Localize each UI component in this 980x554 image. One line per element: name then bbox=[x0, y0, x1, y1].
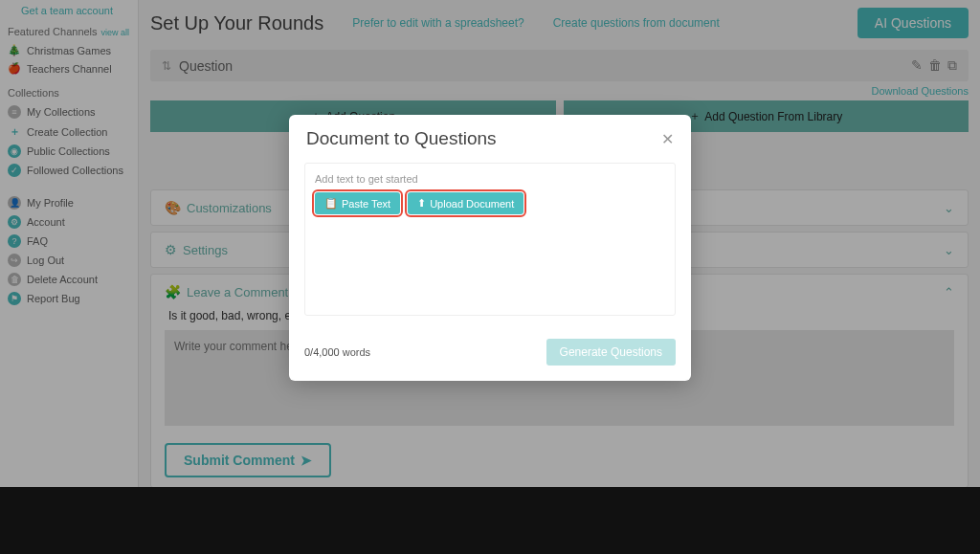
document-to-questions-modal: Document to Questions ✕ Add text to get … bbox=[289, 115, 691, 381]
upload-icon: ⬆ bbox=[417, 197, 426, 210]
word-count: 0/4,000 words bbox=[304, 346, 370, 358]
modal-body: Add text to get started 📋Paste Text ⬆Upl… bbox=[304, 163, 676, 316]
modal-hint: Add text to get started bbox=[315, 173, 665, 185]
modal-overlay[interactable]: Document to Questions ✕ Add text to get … bbox=[0, 0, 980, 554]
close-button[interactable]: ✕ bbox=[661, 130, 674, 148]
upload-document-button[interactable]: ⬆Upload Document bbox=[408, 192, 523, 214]
modal-title: Document to Questions bbox=[306, 128, 497, 149]
clipboard-icon: 📋 bbox=[324, 197, 338, 210]
generate-questions-button[interactable]: Generate Questions bbox=[546, 339, 676, 366]
close-icon: ✕ bbox=[661, 131, 674, 147]
paste-text-button[interactable]: 📋Paste Text bbox=[315, 192, 400, 214]
